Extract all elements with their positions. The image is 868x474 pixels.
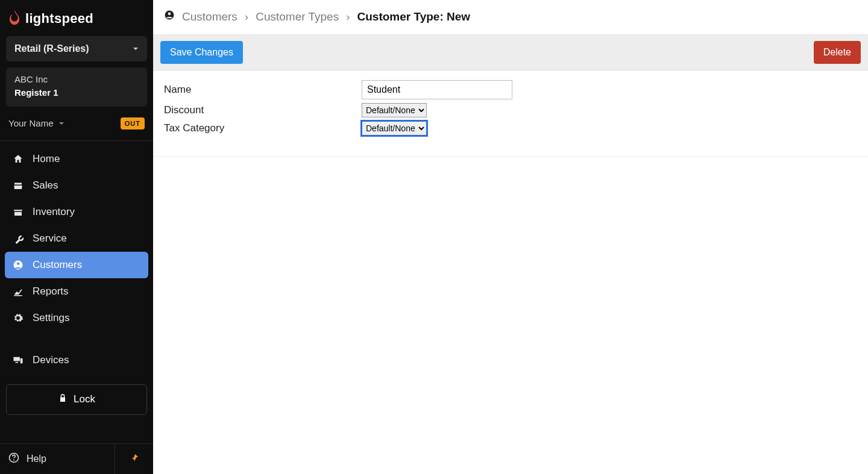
help-label: Help: [27, 454, 46, 464]
nav-label: Reports: [33, 285, 69, 298]
nav-sales[interactable]: Sales: [5, 172, 148, 199]
product-selector[interactable]: Retail (R-Series): [6, 36, 147, 61]
discount-select[interactable]: Default/None: [362, 103, 427, 117]
nav-reports[interactable]: Reports: [5, 278, 148, 305]
tax-category-select[interactable]: Default/None: [362, 121, 427, 136]
breadcrumb-current: Customer Type: New: [357, 10, 471, 23]
nav-home[interactable]: Home: [5, 146, 148, 172]
main-content: Customers › Customer Types › Customer Ty…: [153, 0, 868, 474]
gear-icon: [12, 313, 24, 323]
user-circle-icon: [12, 260, 24, 270]
primary-nav: Home Sales Inventory Service Customers: [0, 141, 153, 378]
product-label: Retail (R-Series): [14, 43, 89, 54]
form: Name Discount Default/None Tax Category …: [153, 70, 868, 157]
devices-icon: [12, 355, 24, 366]
svg-point-3: [13, 460, 14, 461]
lock-icon: [58, 393, 68, 406]
nav-label: Home: [33, 153, 60, 165]
out-badge[interactable]: OUT: [121, 117, 145, 129]
pin-button[interactable]: [115, 444, 153, 474]
nav-customers[interactable]: Customers: [5, 252, 148, 278]
user-name: Your Name: [8, 118, 54, 128]
help-icon: [8, 452, 19, 466]
save-button[interactable]: Save Changes: [160, 41, 243, 64]
pin-icon: [130, 453, 139, 465]
chevron-right-icon: ›: [346, 10, 350, 23]
svg-point-5: [168, 13, 171, 16]
discount-label: Discount: [164, 104, 362, 116]
box-icon: [12, 207, 24, 217]
nav-label: Service: [33, 232, 67, 245]
nav-label: Settings: [33, 312, 69, 324]
user-circle-icon: [164, 10, 175, 23]
breadcrumb-customers[interactable]: Customers: [182, 10, 237, 23]
register-icon: [12, 180, 24, 191]
company-name: ABC Inc: [14, 73, 139, 86]
name-label: Name: [164, 84, 362, 96]
brand-logo[interactable]: lightspeed: [0, 0, 153, 36]
caret-down-icon: [58, 118, 64, 128]
flame-icon: [8, 10, 20, 28]
svg-point-1: [17, 262, 20, 265]
breadcrumb: Customers › Customer Types › Customer Ty…: [153, 0, 868, 35]
nav-devices[interactable]: Devices: [5, 347, 148, 373]
nav-service[interactable]: Service: [5, 225, 148, 252]
home-icon: [12, 154, 24, 164]
wrench-icon: [12, 233, 24, 244]
chart-icon: [12, 286, 24, 297]
brand-name: lightspeed: [25, 11, 93, 27]
user-menu[interactable]: Your Name: [8, 118, 64, 128]
nav-inventory[interactable]: Inventory: [5, 199, 148, 225]
company-box[interactable]: ABC Inc Register 1: [6, 67, 147, 107]
delete-button[interactable]: Delete: [814, 41, 861, 64]
nav-label: Inventory: [33, 206, 75, 218]
chevron-down-icon: [133, 43, 139, 54]
tax-category-label: Tax Category: [164, 122, 362, 134]
lock-button[interactable]: Lock: [6, 384, 147, 415]
register-name: Register 1: [14, 87, 139, 99]
chevron-right-icon: ›: [245, 10, 248, 23]
name-input[interactable]: [362, 80, 512, 99]
sidebar: lightspeed Retail (R-Series) ABC Inc Reg…: [0, 0, 153, 474]
sidebar-bottom: Help: [0, 443, 153, 474]
nav-label: Devices: [33, 354, 69, 366]
nav-settings[interactable]: Settings: [5, 305, 148, 331]
breadcrumb-customer-types[interactable]: Customer Types: [256, 10, 339, 23]
help-button[interactable]: Help: [0, 444, 115, 474]
action-bar: Save Changes Delete: [153, 35, 868, 70]
nav-label: Customers: [33, 259, 82, 271]
lock-label: Lock: [74, 393, 95, 405]
nav-label: Sales: [33, 179, 58, 192]
